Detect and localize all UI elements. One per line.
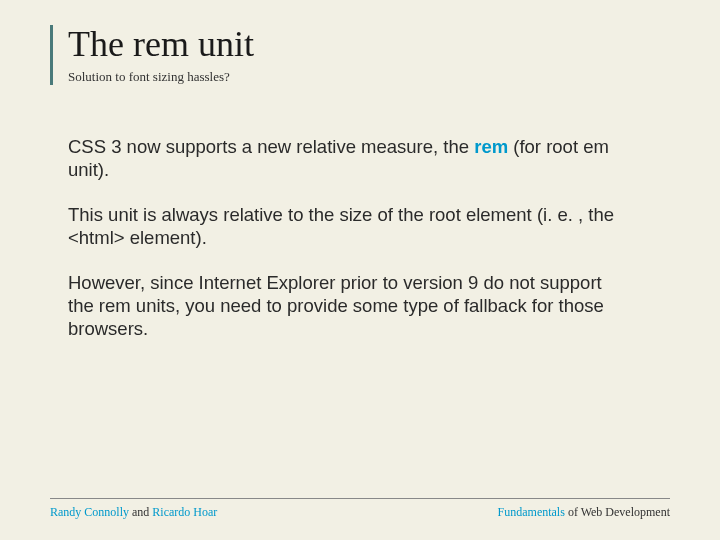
paragraph-1: CSS 3 now supports a new relative measur… — [68, 135, 628, 181]
footer-authors: Randy Connolly and Ricardo Hoar — [50, 505, 217, 520]
footer-row: Randy Connolly and Ricardo Hoar Fundamen… — [50, 505, 670, 520]
slide-subtitle: Solution to font sizing hassles? — [68, 69, 670, 85]
footer-book: Fundamentals of Web Development — [498, 505, 670, 520]
author-2: Ricardo Hoar — [152, 505, 217, 519]
author-and: and — [129, 505, 152, 519]
p1-highlight: rem — [474, 136, 508, 157]
slide-title: The rem unit — [68, 25, 670, 65]
book-link: Fundamentals — [498, 505, 565, 519]
paragraph-3: However, since Internet Explorer prior t… — [68, 271, 628, 340]
slide-content: CSS 3 now supports a new relative measur… — [50, 135, 670, 341]
book-rest: of Web Development — [565, 505, 670, 519]
footer-divider — [50, 498, 670, 499]
p1-text-a: CSS 3 now supports a new relative measur… — [68, 136, 474, 157]
author-1: Randy Connolly — [50, 505, 129, 519]
slide-footer: Randy Connolly and Ricardo Hoar Fundamen… — [50, 498, 670, 520]
paragraph-2: This unit is always relative to the size… — [68, 203, 628, 249]
title-block: The rem unit Solution to font sizing has… — [50, 25, 670, 85]
